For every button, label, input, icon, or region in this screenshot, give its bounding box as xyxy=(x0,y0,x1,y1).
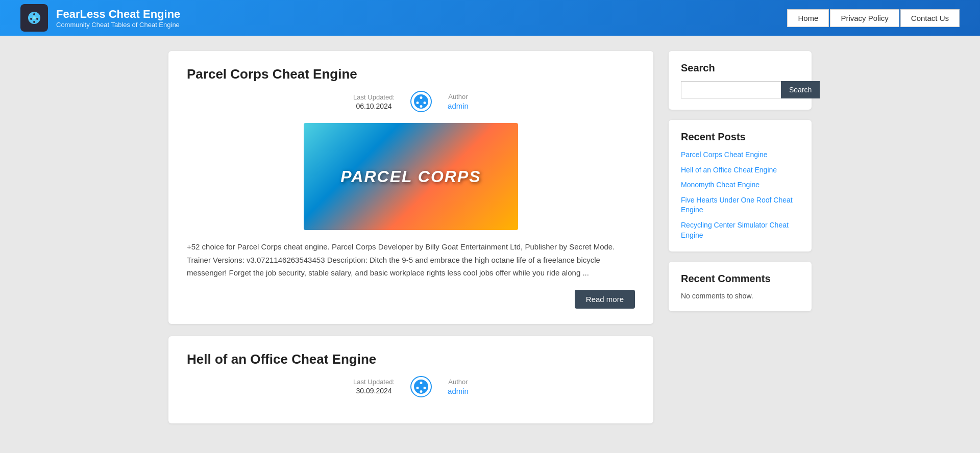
updated-value-2: 30.09.2024 xyxy=(356,387,392,395)
post-excerpt-1: +52 choice for Parcel Corps cheat engine… xyxy=(187,240,635,280)
main-container: Parcel Corps Cheat Engine Last Updated: … xyxy=(158,36,822,439)
post-meta-updated-2: Last Updated: 30.09.2024 xyxy=(353,378,395,395)
cheat-engine-icon-1 xyxy=(410,90,432,113)
header-brand: FearLess Cheat Engine Community Cheat Ta… xyxy=(20,4,180,32)
recent-posts-list: Parcel Corps Cheat Engine Hell of an Off… xyxy=(681,150,799,240)
recent-post-link-1[interactable]: Parcel Corps Cheat Engine xyxy=(681,150,768,159)
svg-point-3 xyxy=(419,99,423,104)
post-image-placeholder-1: PARCEL CORPS xyxy=(304,123,518,230)
post-meta-author-1: Author admin xyxy=(448,93,469,110)
recent-post-link-3[interactable]: Monomyth Cheat Engine xyxy=(681,181,760,189)
recent-post-link-4[interactable]: Five Hearts Under One Roof Cheat Engine xyxy=(681,196,793,214)
nav-contact[interactable]: Contact Us xyxy=(900,9,960,27)
post-meta-1: Last Updated: 06.10.2024 Author admin xyxy=(187,90,635,113)
list-item: Hell of an Office Cheat Engine xyxy=(681,165,799,175)
site-logo xyxy=(20,4,48,32)
site-tagline: Community Cheat Tables of Cheat Engine xyxy=(56,21,180,29)
site-header: FearLess Cheat Engine Community Cheat Ta… xyxy=(0,0,980,36)
search-button[interactable]: Search xyxy=(781,81,820,98)
updated-label-2: Last Updated: xyxy=(353,378,395,386)
no-comments-text: No comments to show. xyxy=(681,292,799,300)
post-image-text-1: PARCEL CORPS xyxy=(340,167,481,186)
list-item: Recycling Center Simulator Cheat Engine xyxy=(681,220,799,240)
svg-point-1 xyxy=(33,16,36,19)
main-nav: Home Privacy Policy Contact Us xyxy=(787,9,960,27)
post-meta-updated-1: Last Updated: 06.10.2024 xyxy=(353,93,395,110)
author-label-2: Author xyxy=(448,378,468,386)
recent-comments-title: Recent Comments xyxy=(681,273,799,285)
header-title-block: FearLess Cheat Engine Community Cheat Ta… xyxy=(56,8,180,29)
nav-privacy[interactable]: Privacy Policy xyxy=(830,9,899,27)
search-widget: Search Search xyxy=(669,51,812,110)
recent-comments-widget: Recent Comments No comments to show. xyxy=(669,262,812,311)
search-row: Search xyxy=(681,81,799,98)
updated-value-1: 06.10.2024 xyxy=(356,102,392,110)
post-title-1: Parcel Corps Cheat Engine xyxy=(187,66,635,82)
nav-home[interactable]: Home xyxy=(787,9,829,27)
post-meta-2: Last Updated: 30.09.2024 Author admin xyxy=(187,375,635,398)
cheat-engine-icon-2 xyxy=(410,375,432,398)
sidebar: Search Search Recent Posts Parcel Corps … xyxy=(669,51,812,423)
svg-point-5 xyxy=(419,385,423,389)
list-item: Monomyth Cheat Engine xyxy=(681,180,799,190)
recent-post-link-5[interactable]: Recycling Center Simulator Cheat Engine xyxy=(681,221,789,239)
search-input[interactable] xyxy=(681,81,781,98)
recent-posts-title: Recent Posts xyxy=(681,131,799,143)
author-link-2[interactable]: admin xyxy=(448,387,469,395)
list-item: Parcel Corps Cheat Engine xyxy=(681,150,799,160)
search-widget-title: Search xyxy=(681,62,799,74)
recent-post-link-2[interactable]: Hell of an Office Cheat Engine xyxy=(681,166,777,174)
read-more-btn-1[interactable]: Read more xyxy=(575,290,635,309)
list-item: Five Hearts Under One Roof Cheat Engine xyxy=(681,195,799,215)
recent-posts-widget: Recent Posts Parcel Corps Cheat Engine H… xyxy=(669,120,812,251)
author-link-1[interactable]: admin xyxy=(448,102,469,110)
site-name: FearLess Cheat Engine xyxy=(56,8,180,21)
post-card-1: Parcel Corps Cheat Engine Last Updated: … xyxy=(168,51,653,324)
post-title-2: Hell of an Office Cheat Engine xyxy=(187,351,635,367)
post-card-2: Hell of an Office Cheat Engine Last Upda… xyxy=(168,336,653,423)
post-image-1: PARCEL CORPS xyxy=(304,123,518,230)
post-footer-1: Read more xyxy=(187,290,635,309)
updated-label-1: Last Updated: xyxy=(353,93,395,101)
post-meta-author-2: Author admin xyxy=(448,378,469,395)
author-label-1: Author xyxy=(448,93,468,100)
content-area: Parcel Corps Cheat Engine Last Updated: … xyxy=(168,51,653,423)
